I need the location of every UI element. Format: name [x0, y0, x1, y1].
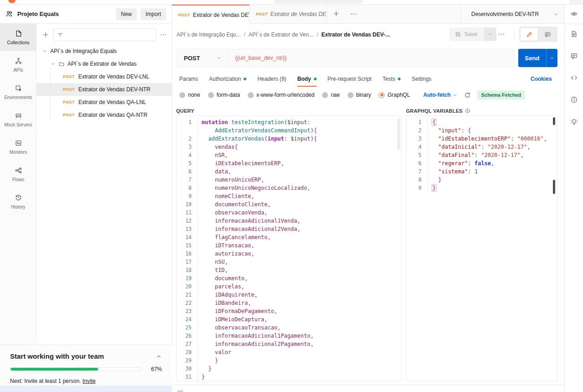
chevron-down-icon[interactable] — [216, 55, 222, 61]
graphql-query-editor[interactable]: 1mutation testeIntegration($input: AddEx… — [176, 115, 401, 382]
method-selector[interactable]: POST — [184, 55, 200, 62]
code-line: 18 tID, — [177, 266, 401, 274]
environment-selector[interactable]: Desenvolvimento DEV-NTR — [461, 5, 564, 24]
nav-mock-servers[interactable]: Mock Servers — [0, 106, 36, 133]
code-line: 21 iDAdquirente, — [177, 291, 401, 299]
rail-lightbulb-button[interactable] — [565, 118, 583, 125]
tab-settings[interactable]: Settings — [411, 71, 431, 87]
mock-icon — [15, 112, 22, 120]
body-type-none[interactable]: none — [179, 92, 200, 98]
code-line: 30 } — [177, 365, 401, 373]
variables-scrollbar-mark — [553, 180, 555, 194]
nav-collections[interactable]: Collections — [0, 24, 36, 51]
tab-tests[interactable]: Tests — [382, 71, 401, 87]
more-icon — [498, 31, 505, 38]
code-line: 7 "sistema": 1 — [406, 167, 557, 176]
request-more-actions-button[interactable] — [498, 31, 505, 38]
code-line: 28 valor — [177, 348, 401, 356]
add-collection-button[interactable] — [42, 31, 49, 38]
plus-icon — [333, 10, 340, 17]
code-line: 6 "regerar": false, — [406, 159, 557, 167]
collections-icon — [15, 30, 22, 37]
save-icon — [455, 31, 461, 37]
tab-authorization[interactable]: Authorization — [209, 71, 246, 87]
tab-params[interactable]: Params — [179, 71, 198, 87]
body-type-form-data[interactable]: form-data — [208, 92, 240, 98]
tree-request-extrator-de-vendas-qa-lnl[interactable]: POSTExtrator de Vendas QA-LNL — [36, 96, 172, 109]
file-tab[interactable]: POSTExtrator de Vendas DEV — [172, 5, 250, 24]
code-line: 2 addExtratorVendas(input: $input){ — [177, 135, 401, 143]
code-line: 15 iDTransacao, — [177, 241, 401, 250]
refresh-schema-button[interactable] — [464, 92, 471, 99]
info-icon — [570, 96, 578, 104]
right-sidebar-rail — [564, 5, 583, 392]
code-line: 8 } — [406, 176, 557, 184]
body-type-graphql[interactable]: GraphQL — [379, 92, 410, 98]
chevron-down-icon — [42, 48, 47, 54]
code-line: 25 observacaoTransacao, — [177, 324, 401, 332]
postman-app: Projeto Equals New Import CollectionsAPI… — [0, 0, 583, 392]
divider — [228, 49, 229, 67]
tab-pre-request-script[interactable]: Pre-request Script — [328, 71, 372, 87]
nav-apis[interactable]: APIs — [0, 51, 36, 78]
body-type-binary[interactable]: binary — [348, 92, 371, 98]
save-split-button: Save — [449, 27, 496, 41]
new-tab-button[interactable] — [333, 10, 340, 17]
send-button[interactable]: Send — [518, 49, 546, 67]
tab-options-button[interactable] — [350, 10, 357, 18]
chevron-down-icon — [50, 61, 56, 67]
tree-request-extrator-de-vendas-dev-ntr[interactable]: POSTExtrator de Vendas DEV-NTR — [36, 83, 172, 96]
breadcrumb-item[interactable]: API´s de Integração Equ... — [177, 31, 241, 38]
body-type-x-www-form-urlencoded[interactable]: x-www-form-urlencoded — [248, 92, 314, 98]
tree-folder[interactable]: API´s de Extrator de Vendas — [36, 57, 172, 70]
nav-monitors[interactable]: Monitors — [0, 133, 36, 161]
code-line: 19 documento, — [177, 274, 401, 282]
sidebar-filter — [53, 28, 156, 41]
tab-body[interactable]: Body — [297, 71, 317, 87]
new-button[interactable]: New — [116, 8, 137, 20]
invite-link[interactable]: Invite — [83, 378, 96, 384]
code-line: 11 observacaoVenda, — [177, 209, 401, 217]
monitors-icon — [15, 139, 22, 147]
tab-headers-9[interactable]: Headers (9) — [257, 71, 286, 87]
send-options-button[interactable] — [546, 49, 557, 67]
save-options-button[interactable] — [484, 27, 496, 41]
url-bar: POST {{url_base_dev_ntr}} — [176, 49, 515, 67]
rail-code-snippet-button[interactable] — [565, 74, 583, 82]
tree-request-extrator-de-vendas-dev-lnl[interactable]: POSTExtrator de Vendas DEV-LNL — [36, 70, 172, 83]
import-button[interactable]: Import — [141, 8, 166, 20]
chevron-up-icon[interactable] — [156, 353, 162, 360]
request-section-tabs: ParamsAuthorizationHeaders (9)BodyPre-re… — [172, 71, 564, 87]
environment-quick-look-button[interactable] — [565, 10, 583, 18]
edit-comment-toggle — [519, 26, 557, 42]
tree-collection[interactable]: API´s de Integração Equals — [36, 45, 172, 57]
rail-documentation-button[interactable] — [565, 30, 583, 38]
variables-scrollbar-thumb[interactable] — [553, 117, 555, 125]
body-type-raw[interactable]: raw — [322, 92, 339, 98]
save-button[interactable]: Save — [449, 27, 483, 41]
banner-title: Start working with your team — [10, 352, 156, 360]
sidebar-filter-input[interactable] — [66, 31, 152, 38]
nav-flows[interactable]: Flows — [0, 161, 36, 188]
breadcrumb-row: API´s de Integração Equ.../API´s de Extr… — [172, 24, 564, 44]
query-scrollbar-thumb[interactable] — [397, 118, 400, 150]
comment-mode-button[interactable] — [538, 27, 557, 41]
code-line: 4 nSR, — [177, 151, 401, 159]
divider — [565, 24, 583, 24]
graphql-variables-editor[interactable]: 1{2 "input": {3 "idEstabelecimentoERP": … — [406, 115, 557, 382]
cookies-link[interactable]: Cookies — [531, 71, 552, 87]
edit-mode-button[interactable] — [520, 27, 538, 41]
url-input[interactable]: {{url_base_dev_ntr}} — [235, 55, 286, 61]
rail-comments-button[interactable] — [565, 52, 583, 60]
code-line: 20 parcelas, — [177, 282, 401, 291]
rail-info-button[interactable] — [565, 96, 583, 104]
response-divider — [172, 385, 564, 385]
nav-history[interactable]: History — [0, 188, 36, 215]
code-line: 31} — [177, 373, 401, 381]
autofetch-dropdown[interactable]: Auto-fetch — [423, 92, 458, 98]
file-tab[interactable]: POSTExtrator de Vendas DEV — [250, 5, 327, 24]
tree-request-extrator-de-vendas-qa-ntr[interactable]: POSTExtrator de Vendas QA-NTR — [36, 109, 172, 121]
sidebar-more-button[interactable] — [160, 31, 167, 38]
breadcrumb-item[interactable]: API´s de Extrator de Ven... — [249, 31, 313, 38]
nav-environments[interactable]: Environments — [0, 78, 36, 106]
